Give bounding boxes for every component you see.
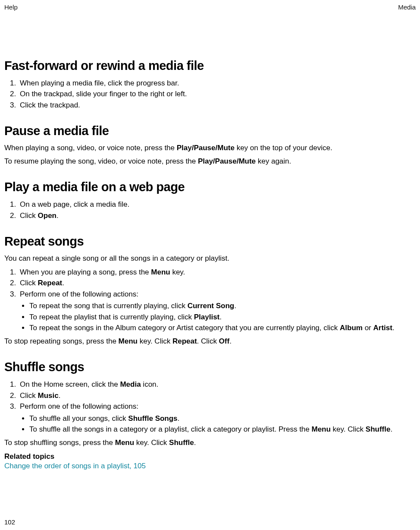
text-span: Play/Pause/Mute bbox=[198, 157, 256, 165]
step-item: On the trackpad, slide your finger to th… bbox=[18, 88, 416, 100]
text-span: Playlist bbox=[194, 313, 220, 321]
text-span: Artist bbox=[373, 324, 392, 332]
section-heading: Play a media file on a web page bbox=[4, 180, 416, 195]
text-span: key. Click bbox=[134, 439, 169, 447]
text-span: Open bbox=[38, 211, 56, 220]
sub-list-item: To shuffle all your songs, click Shuffle… bbox=[29, 413, 416, 424]
header-left: Help bbox=[4, 3, 18, 11]
sub-list: To repeat the song that is currently pla… bbox=[20, 300, 416, 334]
text-span: . bbox=[234, 302, 236, 310]
section-heading: Fast-forward or rewind a media file bbox=[4, 58, 416, 73]
text-span: Click bbox=[20, 211, 38, 220]
section-heading: Pause a media file bbox=[4, 123, 416, 139]
text-span: Click bbox=[20, 279, 38, 287]
text-span: Menu bbox=[151, 268, 170, 276]
text-span: When playing a song, video, or voice not… bbox=[4, 144, 177, 152]
step-item: Click the trackpad. bbox=[18, 100, 416, 111]
text-span: Album bbox=[340, 324, 363, 332]
text-span: Click bbox=[20, 391, 38, 400]
document-page: Help Media Fast-forward or rewind a medi… bbox=[0, 0, 420, 530]
sub-list: To shuffle all your songs, click Shuffle… bbox=[20, 413, 416, 435]
text-span: . bbox=[229, 337, 232, 345]
text-span: Shuffle Songs bbox=[128, 414, 177, 423]
step-item: When playing a media file, click the pro… bbox=[18, 78, 416, 89]
step-item: When you are playing a song, press the M… bbox=[18, 267, 416, 278]
text-span: key. Click bbox=[138, 337, 172, 345]
page-number: 102 bbox=[4, 518, 15, 526]
text-span: or bbox=[363, 324, 373, 332]
sub-list-item: To shuffle all the songs in a category o… bbox=[29, 424, 416, 435]
step-item: Click Repeat. bbox=[18, 278, 416, 289]
step-item: On a web page, click a media file. bbox=[18, 199, 416, 210]
text-span: To repeat the playlist that is currently… bbox=[29, 313, 194, 321]
related-topic-link[interactable]: Change the order of songs in a playlist,… bbox=[4, 462, 416, 470]
sub-list-item: To repeat the song that is currently pla… bbox=[29, 300, 416, 312]
text-span: key again. bbox=[256, 157, 291, 165]
text-span: . bbox=[194, 439, 196, 447]
text-span: . bbox=[178, 414, 180, 423]
step-item: Click Music. bbox=[18, 390, 416, 401]
paragraph: When playing a song, video, or voice not… bbox=[4, 143, 416, 154]
steps-list: When you are playing a song, press the M… bbox=[4, 267, 416, 334]
section-heading: Repeat songs bbox=[4, 234, 416, 249]
text-span: Repeat bbox=[38, 279, 63, 287]
text-span: To repeat the song that is currently pla… bbox=[29, 302, 188, 310]
sub-list-item: To repeat the songs in the Album categor… bbox=[29, 322, 416, 334]
footer-paragraph: To stop shuffling songs, press the Menu … bbox=[4, 438, 416, 448]
paragraph: To resume playing the song, video, or vo… bbox=[4, 156, 416, 167]
text-span: . bbox=[392, 324, 395, 332]
text-span: Music bbox=[38, 391, 59, 400]
text-span: key on the top of your device. bbox=[235, 144, 332, 152]
text-span: Menu bbox=[312, 425, 331, 433]
text-span: icon. bbox=[141, 380, 159, 388]
text-span: To repeat the songs in the Album categor… bbox=[29, 324, 340, 332]
text-span: Media bbox=[120, 380, 141, 388]
section: Pause a media fileWhen playing a song, v… bbox=[4, 123, 416, 167]
step-item: Click Open. bbox=[18, 210, 416, 221]
text-span: Off bbox=[219, 337, 230, 345]
text-span: On the Home screen, click the bbox=[20, 380, 120, 388]
text-span: To stop repeating songs, press the bbox=[4, 337, 119, 345]
text-span: To shuffle all your songs, click bbox=[29, 414, 128, 423]
text-span: . bbox=[390, 425, 392, 433]
steps-list: When playing a media file, click the pro… bbox=[4, 78, 416, 111]
text-span: When you are playing a song, press the bbox=[20, 268, 151, 276]
section: Play a media file on a web pageOn a web … bbox=[4, 180, 416, 221]
text-span: key. Click bbox=[331, 425, 366, 433]
sub-list-item: To repeat the playlist that is currently… bbox=[29, 312, 416, 323]
section: Shuffle songsOn the Home screen, click t… bbox=[4, 360, 416, 470]
text-span: key. bbox=[170, 268, 185, 276]
text-span: Shuffle bbox=[169, 439, 194, 447]
text-span: Play/Pause/Mute bbox=[177, 144, 235, 152]
section: Fast-forward or rewind a media fileWhen … bbox=[4, 58, 416, 110]
text-span: To shuffle all the songs in a category o… bbox=[29, 425, 312, 433]
steps-list: On a web page, click a media file.Click … bbox=[4, 199, 416, 221]
page-header: Help Media bbox=[4, 3, 416, 11]
text-span: Shuffle bbox=[366, 425, 391, 433]
section: Repeat songsYou can repeat a single song… bbox=[4, 234, 416, 347]
intro-paragraph: You can repeat a single song or all the … bbox=[4, 253, 416, 264]
section-heading: Shuffle songs bbox=[4, 360, 416, 375]
step-item: Perform one of the following actions:To … bbox=[18, 289, 416, 334]
text-span: Current Song bbox=[188, 302, 235, 310]
step-item: Perform one of the following actions:To … bbox=[18, 401, 416, 435]
text-span: . bbox=[62, 279, 64, 287]
text-span: Menu bbox=[119, 337, 138, 345]
text-span: Menu bbox=[115, 439, 134, 447]
text-span: . bbox=[56, 211, 59, 220]
text-span: Repeat bbox=[172, 337, 197, 345]
step-item: On the Home screen, click the Media icon… bbox=[18, 379, 416, 390]
text-span: . bbox=[59, 391, 61, 400]
text-span: To stop shuffling songs, press the bbox=[4, 439, 115, 447]
page-content: Fast-forward or rewind a media fileWhen … bbox=[4, 58, 416, 470]
text-span: . Click bbox=[197, 337, 219, 345]
steps-list: On the Home screen, click the Media icon… bbox=[4, 379, 416, 435]
header-right: Media bbox=[398, 3, 416, 11]
text-span: . bbox=[219, 313, 222, 321]
footer-paragraph: To stop repeating songs, press the Menu … bbox=[4, 336, 416, 347]
related-topics-heading: Related topics bbox=[4, 452, 416, 461]
text-span: To resume playing the song, video, or vo… bbox=[4, 157, 198, 165]
